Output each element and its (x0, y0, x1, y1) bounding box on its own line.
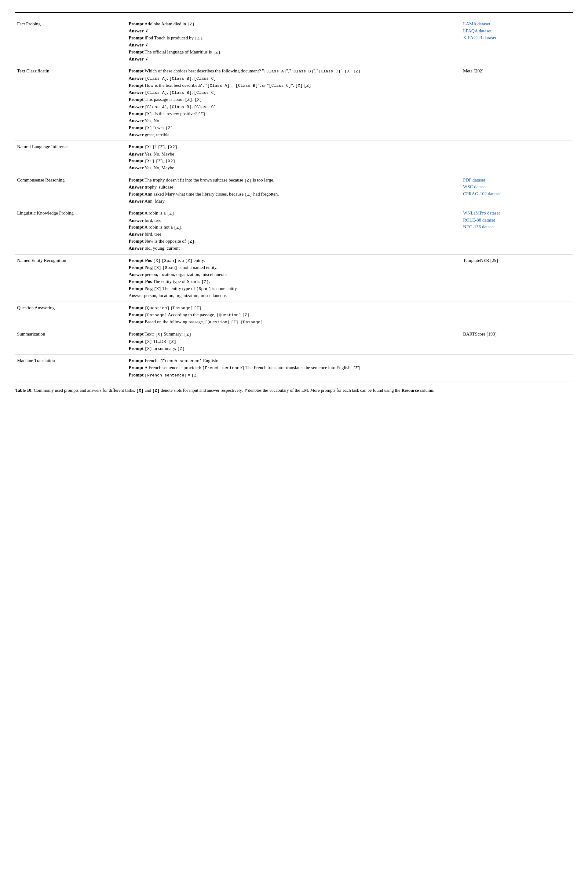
col-header-task (15, 12, 127, 18)
example-cell-0: Prompt Adolphe Adam died in [Z].Answer 𝒱… (127, 18, 461, 65)
col-header-example (127, 12, 461, 18)
task-cell-0: Fact Probing (15, 18, 127, 65)
resource-cell-7: BARTScore [193] (461, 328, 573, 355)
resource-text: Meta [202] (463, 68, 483, 74)
table-row: SummarizationPrompt Text: [X] Summary: [… (15, 328, 573, 355)
task-cell-2: Natural Language Inference (15, 141, 127, 174)
resource-cell-6 (461, 302, 573, 328)
task-cell-1: Text Classificatin (15, 65, 127, 141)
example-cell-3: Prompt The trophy doesn't fit into the b… (127, 174, 461, 207)
caption-resource-word: Resource (401, 388, 419, 393)
caption-text3: denotes the vocabulary of the LM. More p… (248, 388, 401, 393)
col-header-resource (461, 12, 573, 18)
example-cell-1: Prompt Which of these choices best descr… (127, 65, 461, 141)
example-cell-2: Prompt [X1]? [Z], [X2]Answer Yes, No, Ma… (127, 141, 461, 174)
table-row: Question AnsweringPrompt [Question] [Pas… (15, 302, 573, 328)
example-cell-6: Prompt [Question] [Passage] [Z]Prompt [P… (127, 302, 461, 328)
resource-text: TemplateNER [29] (463, 258, 498, 263)
task-cell-5: Named Entity Recognition (15, 254, 127, 302)
caption-v-symbol: 𝒱 (244, 388, 247, 393)
resource-cell-8 (461, 355, 573, 381)
task-cell-6: Question Answering (15, 302, 127, 328)
resource-text: BARTScore [193] (463, 332, 496, 336)
table-row: Fact ProbingPrompt Adolphe Adam died in … (15, 18, 573, 65)
table-row: Machine TranslationPrompt French: [Frenc… (15, 355, 573, 381)
resource-cell-0: LAMA datasetLPAQA datasetX-FACTR dataset (461, 18, 573, 65)
task-cell-7: Summarization (15, 328, 127, 355)
table-row: Named Entity RecognitionPrompt-Pos [X] [… (15, 254, 573, 302)
caption-text1: Commonly used prompts and answers for di… (34, 388, 136, 393)
resource-link[interactable]: WNLaMPro dataset (463, 210, 500, 215)
caption-text4: column. (420, 388, 434, 393)
resource-link[interactable]: LAMA dataset (463, 21, 490, 26)
table-row: Linguistic Knowledge ProbingPrompt A rob… (15, 207, 573, 254)
resource-cell-5: TemplateNER [29] (461, 254, 573, 302)
resource-link[interactable]: CPRAG-102 dataset (463, 191, 501, 196)
resource-cell-3: PDP datasetWSC datasetCPRAG-102 dataset (461, 174, 573, 207)
resource-link[interactable]: LPAQA dataset (463, 29, 492, 33)
example-cell-7: Prompt Text: [X] Summary: [Z]Prompt [X] … (127, 328, 461, 355)
caption-table-number: Table 10: (15, 388, 33, 393)
resource-cell-4: WNLaMPro datasetROLE-88 datasetNEG-136 d… (461, 207, 573, 254)
resource-link[interactable]: ROLE-88 dataset (463, 218, 495, 222)
table-row: Commonsense ReasoningPrompt The trophy d… (15, 174, 573, 207)
task-cell-3: Commonsense Reasoning (15, 174, 127, 207)
example-cell-5: Prompt-Pos [X] [Span] is a [Z] entity.Pr… (127, 254, 461, 302)
task-cell-8: Machine Translation (15, 355, 127, 381)
example-cell-4: Prompt A robin is a [Z].Answer bird, tre… (127, 207, 461, 254)
task-cell-4: Linguistic Knowledge Probing (15, 207, 127, 254)
resource-link[interactable]: WSC dataset (463, 184, 487, 189)
table-row: Natural Language InferencePrompt [X1]? [… (15, 141, 573, 174)
table-row: Text ClassificatinPrompt Which of these … (15, 65, 573, 141)
resource-cell-1: Meta [202] (461, 65, 573, 141)
caption-text2: denote slots for input and answer respec… (160, 388, 244, 393)
caption-xz-symbols: [X] (136, 388, 144, 393)
resource-link[interactable]: PDP dataset (463, 177, 485, 182)
caption-and: and (145, 388, 152, 393)
example-cell-8: Prompt French: [French sentence] English… (127, 355, 461, 381)
resource-cell-2 (461, 141, 573, 174)
table-caption: Table 10: Commonly used prompts and answ… (15, 387, 573, 394)
caption-z-symbol: [Z] (152, 388, 159, 393)
resource-link[interactable]: NEG-136 dataset (463, 224, 495, 229)
resource-link[interactable]: X-FACTR dataset (463, 35, 496, 40)
table-header-row (15, 12, 573, 18)
